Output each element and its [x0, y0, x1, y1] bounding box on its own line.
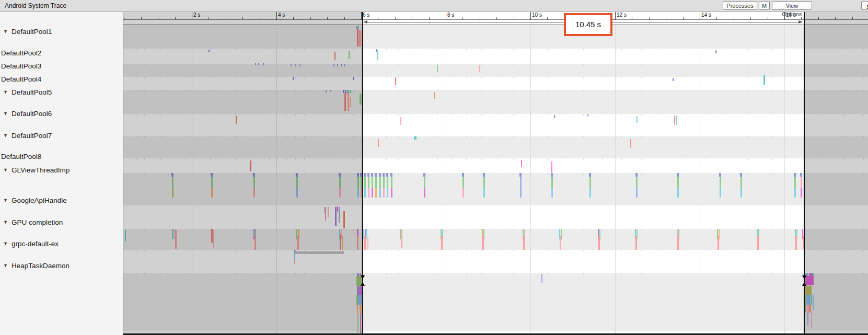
event-slice[interactable] [360, 94, 362, 105]
event-slice[interactable] [263, 63, 264, 65]
event-slice[interactable] [740, 177, 742, 188]
event-slice[interactable] [357, 177, 359, 188]
event-slice[interactable] [795, 236, 797, 250]
event-slice[interactable] [391, 177, 392, 188]
processes-button[interactable]: Processes [723, 1, 757, 10]
event-slice[interactable] [677, 188, 679, 198]
sidebar-item-GPU completion[interactable]: ▼GPU completion [0, 218, 123, 227]
track-band-grpc-default-ex[interactable] [123, 250, 868, 273]
sidebar-item-DefaultPool4[interactable]: DefaultPool4 [0, 75, 123, 84]
event-slice[interactable] [400, 229, 401, 239]
sidebar-item-DefaultPool8[interactable]: DefaultPool8 [0, 153, 123, 161]
event-slice[interactable] [424, 188, 425, 198]
event-slice[interactable] [677, 177, 679, 188]
event-slice[interactable] [326, 90, 327, 93]
event-slice[interactable] [367, 238, 368, 249]
event-slice[interactable] [325, 207, 326, 221]
event-slice[interactable] [377, 50, 378, 61]
event-slice[interactable] [434, 92, 435, 99]
track-band-DefaultPool1[interactable] [123, 25, 868, 49]
event-slice[interactable] [395, 77, 396, 85]
event-slice[interactable] [720, 177, 721, 188]
track-band-DefaultPool3[interactable] [123, 64, 868, 77]
event-slice[interactable] [361, 31, 362, 46]
event-slice[interactable] [337, 206, 338, 212]
event-slice[interactable] [462, 188, 464, 198]
track-band-GoogleApiHandle[interactable] [123, 205, 868, 229]
event-slice-cap[interactable] [719, 173, 721, 177]
event-slice[interactable] [805, 286, 812, 295]
event-slice[interactable] [299, 64, 300, 66]
expander-triangle-icon[interactable]: ▼ [3, 241, 8, 246]
expander-triangle-icon[interactable]: ▼ [3, 89, 8, 95]
event-slice[interactable] [794, 177, 796, 188]
event-slice[interactable] [375, 188, 377, 198]
expander-triangle-icon[interactable]: ▼ [3, 198, 8, 203]
event-slice[interactable] [357, 314, 358, 333]
event-slice[interactable] [811, 313, 812, 328]
event-slice-cap[interactable] [211, 173, 213, 177]
selection-handle-down-icon[interactable] [802, 275, 806, 279]
event-slice[interactable] [213, 230, 214, 248]
event-slice[interactable] [339, 188, 341, 198]
event-slice[interactable] [400, 117, 401, 125]
sidebar-item-GoogleApiHandle[interactable]: ▼GoogleApiHandle [0, 197, 123, 205]
event-slice[interactable] [813, 295, 814, 310]
event-slice[interactable] [635, 236, 637, 250]
view-options-button[interactable]: View Options [772, 1, 812, 10]
event-slice[interactable] [589, 177, 591, 188]
event-slice[interactable] [339, 177, 341, 188]
event-slice[interactable] [254, 236, 256, 250]
selection-boundary-left[interactable] [362, 11, 363, 335]
event-slice[interactable] [757, 236, 759, 250]
event-slice[interactable] [387, 177, 388, 188]
event-slice-cap[interactable] [364, 173, 366, 177]
event-slice-cap[interactable] [800, 173, 802, 177]
event-slice[interactable] [483, 177, 485, 188]
track-band-GLViewThreadImp[interactable] [123, 173, 868, 205]
event-slice-cap[interactable] [483, 173, 485, 177]
event-slice[interactable] [250, 160, 251, 171]
event-slice-cap[interactable] [371, 173, 373, 177]
event-slice-cap[interactable] [519, 173, 522, 177]
event-slice[interactable] [334, 52, 335, 60]
event-slice[interactable] [364, 177, 366, 188]
event-slice[interactable] [801, 177, 802, 188]
event-slice[interactable] [348, 93, 349, 111]
event-slice-cap[interactable] [677, 173, 679, 177]
track-band-DefaultPool6[interactable] [123, 114, 868, 136]
event-slice[interactable] [296, 188, 298, 198]
event-slice[interactable] [554, 115, 555, 118]
event-slice[interactable] [358, 295, 362, 305]
metrics-button[interactable]: M [759, 1, 770, 10]
event-slice[interactable] [811, 295, 812, 305]
event-slice[interactable] [387, 188, 388, 198]
sidebar-item-DefaultPool5[interactable]: ▼DefaultPool5 [0, 88, 123, 97]
event-slice[interactable] [376, 49, 377, 52]
selection-handle-up-icon[interactable] [361, 282, 365, 286]
event-slice[interactable] [763, 75, 765, 85]
event-slice[interactable] [794, 188, 796, 198]
event-slice[interactable] [676, 115, 677, 125]
event-slice[interactable] [636, 188, 638, 198]
event-slice[interactable] [551, 177, 553, 188]
event-slice[interactable] [715, 50, 716, 53]
track-band-DefaultPool2[interactable] [123, 49, 868, 64]
event-slice[interactable] [342, 236, 343, 250]
event-slice[interactable] [211, 177, 213, 188]
event-slice[interactable] [541, 274, 542, 283]
event-slice[interactable] [368, 177, 369, 188]
event-slice[interactable] [364, 188, 366, 198]
event-slice[interactable] [236, 116, 237, 124]
event-slice[interactable] [808, 305, 811, 313]
track-band-DefaultPool5[interactable] [123, 90, 868, 114]
event-slice[interactable] [401, 230, 402, 248]
event-slice[interactable] [360, 305, 362, 314]
event-slice[interactable] [293, 77, 294, 80]
event-slice[interactable] [673, 78, 674, 81]
event-slice-cap[interactable] [339, 173, 341, 177]
event-slice-cap[interactable] [423, 173, 425, 177]
event-slice[interactable] [598, 236, 600, 250]
event-slice-cap[interactable] [375, 173, 377, 177]
event-slice[interactable] [717, 236, 719, 250]
